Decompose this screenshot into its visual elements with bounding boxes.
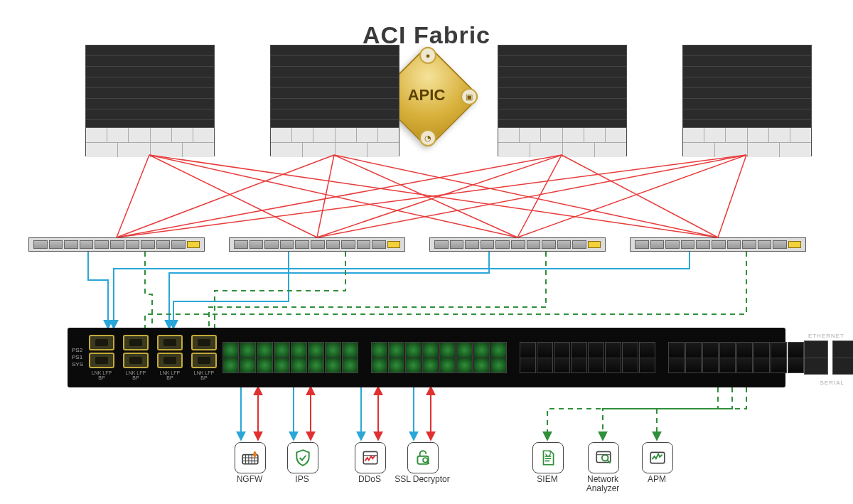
sfp-port-11 [257,342,273,373]
sfp-port-26 [537,342,553,373]
right-ports [804,341,853,375]
sfp-port-18 [388,342,404,373]
ethernet-label: ETHERNET [808,333,844,339]
sfp-port [157,335,183,350]
ngfw-tool-icon [235,442,266,473]
sfp-port-39 [771,342,787,373]
ingress-ports: LNK LFP BP LNK LFP BP LNK LFP BP LNK LFP… [83,335,222,380]
sfp-port-24 [490,342,507,373]
status-leds: PS2 PS1 SYS [68,347,83,368]
spine-switch-3 [498,45,627,156]
sfp-port-25 [520,342,536,373]
svg-line-0 [117,155,149,237]
sfp-port-36 [719,342,736,373]
svg-line-5 [317,155,334,237]
sfp-port-30 [605,342,621,373]
ngfw-label: NGFW [221,475,278,484]
sfp-port-15 [325,342,341,373]
svg-line-12 [117,155,746,237]
lock-icon: ▣ [461,88,478,105]
ingress-col-2: LNK LFP BP [123,335,149,380]
sfp-port-34 [685,342,702,373]
svg-line-15 [718,155,746,237]
svg-line-4 [117,155,334,237]
leaf-switch-3 [429,237,606,252]
port-bank-3 [520,342,655,373]
ips-label: IPS [274,475,331,484]
sfp-port-27 [554,342,570,373]
person-icon: ● [419,47,436,64]
sfp-port-13 [291,342,307,373]
leaf-switch-2 [229,237,405,252]
svg-line-11 [562,155,718,237]
ddos-label: DDoS [341,475,398,484]
sfp-port-28 [571,342,587,373]
ingress-col-1: LNK LFP BP [89,335,114,380]
sfp-port [191,353,217,368]
sfp-port-32 [639,342,655,373]
sfp-port-9 [222,342,239,373]
svg-line-2 [149,155,517,237]
svg-line-13 [317,155,746,237]
serial-label: SERIAL [820,380,844,386]
ddos-tool-icon [355,442,386,473]
siem-tool-icon [532,442,564,473]
sfp-port-22 [456,342,473,373]
sfp-port-14 [308,342,324,373]
leaf-switch-4 [630,237,806,252]
sfp-port-17 [371,342,387,373]
apm-label: APM [628,475,685,484]
sfp-port [123,335,149,350]
ingress-col-4: LNK LFP BP [191,335,217,380]
sfp-port-37 [736,342,753,373]
sfp-port-10 [240,342,256,373]
svg-line-14 [517,155,746,237]
ssl-tool-icon [407,442,439,473]
ips-tool-icon [287,442,318,473]
net-tool-icon [588,442,619,473]
siem-label: SIEM [519,475,576,484]
sfp-port [191,335,217,350]
sfp-port-38 [753,342,770,373]
leaf-switch-1 [28,237,205,252]
svg-line-8 [117,155,562,237]
qsfp-port-41 [804,341,828,375]
port-bank-4 [668,342,804,373]
spine-switch-2 [270,45,399,156]
svg-line-9 [317,155,562,237]
clock-icon: ◔ [419,129,436,146]
spine-switch-1 [85,45,215,156]
sfp-port [89,353,114,368]
net-label: Network Analyzer [574,475,631,493]
qsfp-port-42 [832,341,853,375]
sfp-port [89,335,114,350]
sfp-port [157,353,183,368]
sfp-port-19 [405,342,422,373]
port-bank-1 [222,342,358,373]
svg-line-10 [517,155,562,237]
svg-line-6 [334,155,517,237]
port-bank-2 [371,342,507,373]
ssl-label: SSL Decryptor [394,475,451,484]
sfp-port-29 [588,342,604,373]
sfp-port-40 [788,342,804,373]
svg-point-21 [602,455,608,461]
sfp-port-31 [622,342,638,373]
diagram-stage: ACI Fabric APIC ● ▣ ◔ ◑ [0,0,853,504]
sfp-port-35 [702,342,719,373]
status-sys: SYS [72,361,83,368]
sfp-port-12 [274,342,290,373]
status-ps1: PS1 [72,354,83,361]
spine-switch-4 [682,45,812,156]
sfp-port-21 [439,342,456,373]
svg-line-3 [149,155,718,237]
svg-line-1 [149,155,317,237]
sfp-port-16 [342,342,358,373]
packet-broker: PS2 PS1 SYS LNK LFP BP LNK LFP BP LNK LF… [68,328,785,387]
svg-line-7 [334,155,718,237]
sfp-port [123,353,149,368]
apm-tool-icon [642,442,673,473]
sfp-port-20 [422,342,439,373]
ingress-col-3: LNK LFP BP [157,335,183,380]
sfp-port-33 [668,342,685,373]
